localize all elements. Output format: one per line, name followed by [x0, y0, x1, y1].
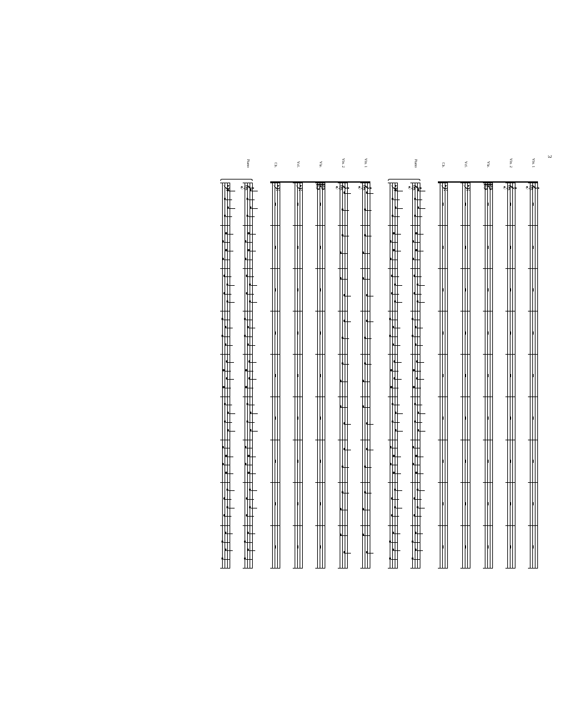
staff-contrabass: Cb.𝄢	[435, 169, 450, 568]
instrument-label: Vla.	[319, 153, 323, 168]
page-number: 3	[547, 155, 553, 158]
staff-viola: Vla.𝄡	[480, 169, 495, 568]
staff-violin2: Vln. 2𝄞	[503, 169, 518, 568]
instrument-label: Vln. 1	[532, 153, 535, 168]
staff-violin1: Vln. 1𝄞	[358, 169, 373, 568]
piano-system: Piano𝄞𝄢	[218, 169, 255, 568]
staff-piano-lower: 𝄢	[218, 169, 233, 568]
instrument-label: Piano	[246, 153, 250, 168]
instrument-label: Vla.	[487, 153, 490, 168]
instrument-label: Vln. 1	[364, 153, 368, 168]
staff-cello: Vcl.𝄢	[290, 169, 305, 568]
instrument-label: Cb.	[442, 153, 445, 168]
instrument-label: Vcl.	[464, 153, 468, 168]
instrument-label: Vcl.	[297, 153, 300, 168]
staff-piano: Piano𝄞	[408, 169, 423, 568]
staff-contrabass: Cb.𝄢	[268, 169, 283, 568]
staff-violin1: Vln. 1𝄞	[525, 169, 540, 568]
staff-cello: Vcl.𝄢	[458, 169, 473, 568]
systems-container: Vln. 1𝄞Vln. 2𝄞Vla.𝄡Vcl.𝄢Cb.𝄢Piano𝄞𝄢Vln. …	[13, 169, 540, 568]
staff-viola: Vla.𝄡	[313, 169, 328, 568]
staff-piano-lower: 𝄢	[385, 169, 400, 568]
instrument-label: Piano	[414, 153, 418, 168]
score-page: 3 Vln. 1𝄞Vln. 2𝄞Vla.𝄡Vcl.𝄢Cb.𝄢Piano𝄞𝄢Vln…	[6, 151, 557, 574]
strings-system: Vln. 1𝄞Vln. 2𝄞Vla.𝄡Vcl.𝄢Cb.𝄢	[268, 169, 373, 568]
strings-system: Vln. 1𝄞Vln. 2𝄞Vla.𝄡Vcl.𝄢Cb.𝄢	[435, 169, 540, 568]
piano-system: Piano𝄞𝄢	[385, 169, 423, 568]
instrument-label: Vln. 2	[509, 153, 513, 168]
instrument-label: Vln. 2	[342, 153, 345, 168]
staff-violin2: Vln. 2𝄞	[335, 169, 350, 568]
instrument-label: Cb.	[274, 153, 278, 168]
staff-piano: Piano𝄞	[240, 169, 255, 568]
